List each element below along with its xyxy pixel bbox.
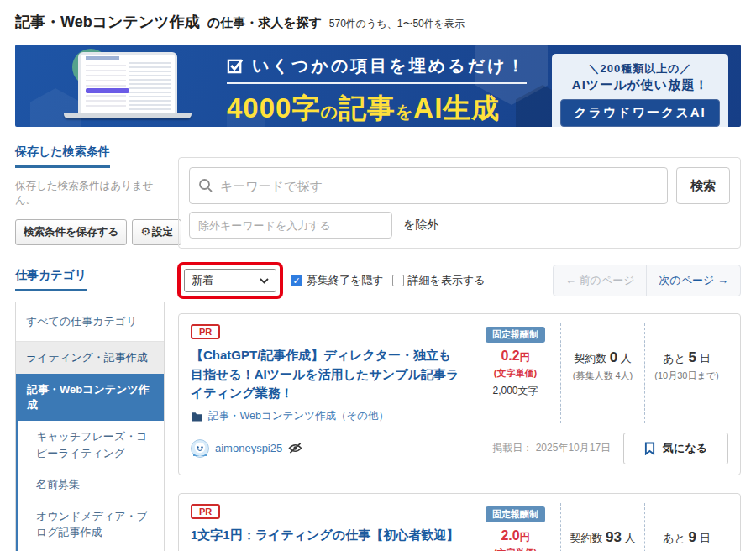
price-column: 固定報酬制 2.0円 (文字単価) 50文字 [470, 503, 560, 551]
deadline-date: (10月30日まで) [648, 370, 725, 382]
filter-row: 新着 ✓ 募集終了を隠す ✓ 詳細を表示する [178, 265, 741, 296]
checkbox-icon: ✓ [392, 275, 404, 286]
sidebar: 保存した検索条件 保存した検索条件はありません。 検索条件を保存する ⚙設定 仕… [15, 144, 165, 551]
contracts-column: 契約数 0 人 (募集人数 4人) [560, 323, 644, 423]
job-category-heading: 仕事カテゴリ [15, 268, 87, 291]
client-user-link[interactable]: aimoneyspi25 [191, 439, 282, 458]
laptop-illustration [64, 52, 192, 118]
checkbox-icon: ✓ [291, 275, 302, 286]
job-card: PR 1文字1円：ライティングの仕事【初心者歓迎】 記事・Webコンテンツ作成（… [178, 493, 741, 551]
pr-badge: PR [191, 324, 220, 339]
banner-cta-box: ＼200種類以上の／ AIツールが使い放題！ クラウドワークスAI [552, 54, 728, 127]
banner-headline-top: いくつかの項目を埋めるだけ！ [252, 55, 527, 77]
job-title-link[interactable]: 1文字1円：ライティングの仕事【初心者歓迎】 [191, 526, 463, 545]
exclude-suffix-label: を除外 [403, 218, 438, 233]
banner-headline-bottom: 4000字の記事をAI生成 [227, 90, 527, 127]
hide-closed-checkbox[interactable]: ✓ 募集終了を隠す [291, 273, 384, 288]
saved-search-heading: 保存した検索条件 [15, 144, 110, 168]
job-card: PR 【ChatGPT/記事作成】ディレクター・独立も目指せる！AIツールを活用… [178, 313, 741, 475]
category-list: すべての仕事カテゴリ ライティング・記事作成 記事・Webコンテンツ作成 キャッ… [15, 302, 165, 551]
payment-type-badge: 固定報酬制 [486, 506, 545, 522]
avatar [191, 439, 209, 458]
job-volume: 2,000文字 [474, 384, 557, 398]
next-page-button[interactable]: 次のページ → [646, 265, 740, 296]
price-unit: (文字単価) [474, 547, 557, 551]
days-remaining: あと 9 日 [648, 529, 725, 546]
search-button[interactable]: 検索 [676, 167, 730, 204]
contracts-column: 契約数 93 人 (募集人数 20人) [560, 503, 644, 551]
category-item-owned-media[interactable]: オウンドメディア・ブログ記事作成 [16, 501, 164, 548]
gear-icon: ⚙ [140, 225, 150, 238]
banner-cta-line2: AIツールが使い放題！ [560, 77, 720, 93]
category-item-review[interactable]: レビュー・口コミ [16, 548, 164, 551]
sort-select[interactable]: 新着 [184, 269, 276, 292]
job-price: 0.2円 [474, 349, 557, 365]
pr-badge: PR [191, 504, 220, 519]
show-details-checkbox[interactable]: ✓ 詳細を表示する [392, 273, 486, 288]
laptop-base [64, 113, 192, 118]
chevron-down-icon [260, 278, 269, 284]
category-item-all[interactable]: すべての仕事カテゴリ [16, 302, 164, 342]
laptop-screen [78, 52, 177, 113]
settings-button[interactable]: ⚙設定 [132, 219, 181, 245]
job-title-link[interactable]: 【ChatGPT/記事作成】ディレクター・独立も目指せる！AIツールを活用したサ… [191, 346, 463, 403]
category-item-catchphrase[interactable]: キャッチフレーズ・コピーライティング [16, 421, 164, 469]
eye-slash-icon [288, 442, 302, 454]
bookmark-icon [644, 442, 655, 455]
main-content: 検索 を除外 新着 [178, 144, 741, 551]
save-search-button[interactable]: 検索条件を保存する [15, 219, 127, 245]
crowdworks-ai-button[interactable]: クラウドワークスAI [560, 99, 720, 127]
applicant-count: (募集人数 4人) [564, 370, 641, 382]
price-column: 固定報酬制 0.2円 (文字単価) 2,000文字 [470, 323, 560, 423]
saved-search-empty-text: 保存した検索条件はありません。 [15, 179, 165, 207]
search-icon [198, 178, 213, 197]
category-item-writing[interactable]: ライティング・記事作成 [16, 342, 164, 374]
deadline-column: あと 5 日 (10月30日まで) [644, 323, 728, 423]
banner-cta-line1: ＼200種類以上の／ [560, 61, 720, 76]
price-unit: (文字単価) [474, 367, 557, 380]
page-header: 記事・Webコンテンツ作成 の仕事・求人を探す 570件のうち、1〜50件を表示 [15, 12, 741, 32]
page: 記事・Webコンテンツ作成 の仕事・求人を探す 570件のうち、1〜50件を表示 [0, 0, 756, 551]
exclude-keyword-input[interactable] [189, 212, 392, 239]
contract-count: 契約数 0 人 [564, 349, 641, 366]
keyword-search-input[interactable] [189, 167, 668, 204]
pagination: ← 前のページ 次のページ → [553, 265, 741, 296]
posted-date: 掲載日： 2025年10月17日 [492, 441, 611, 455]
favorite-button[interactable]: 気になる [623, 433, 728, 464]
page-title: 記事・Webコンテンツ作成 [15, 12, 200, 32]
job-category-link[interactable]: 記事・Webコンテンツ作成（その他） [191, 409, 463, 423]
search-panel: 検索 を除外 [178, 157, 741, 249]
days-remaining: あと 5 日 [648, 349, 725, 366]
checkbox-check-icon [227, 57, 244, 75]
ad-banner[interactable]: いくつかの項目を埋めるだけ！ 4000字の記事をAI生成 ＼200種類以上の／ … [15, 45, 741, 127]
job-price: 2.0円 [474, 528, 557, 544]
category-item-naming[interactable]: 名前募集 [16, 469, 164, 501]
contract-count: 契約数 93 人 [564, 529, 641, 546]
banner-headline: いくつかの項目を埋めるだけ！ 4000字の記事をAI生成 [227, 55, 527, 127]
deadline-column: あと 9 日 (11月3日まで) [644, 503, 728, 551]
folder-icon [191, 411, 203, 422]
payment-type-badge: 固定報酬制 [486, 327, 545, 343]
prev-page-button[interactable]: ← 前のページ [554, 265, 647, 296]
page-title-suffix: の仕事・求人を探す [207, 15, 322, 31]
category-item-web-content-selected[interactable]: 記事・Webコンテンツ作成 [16, 374, 164, 421]
result-count: 570件のうち、1〜50件を表示 [329, 17, 465, 31]
